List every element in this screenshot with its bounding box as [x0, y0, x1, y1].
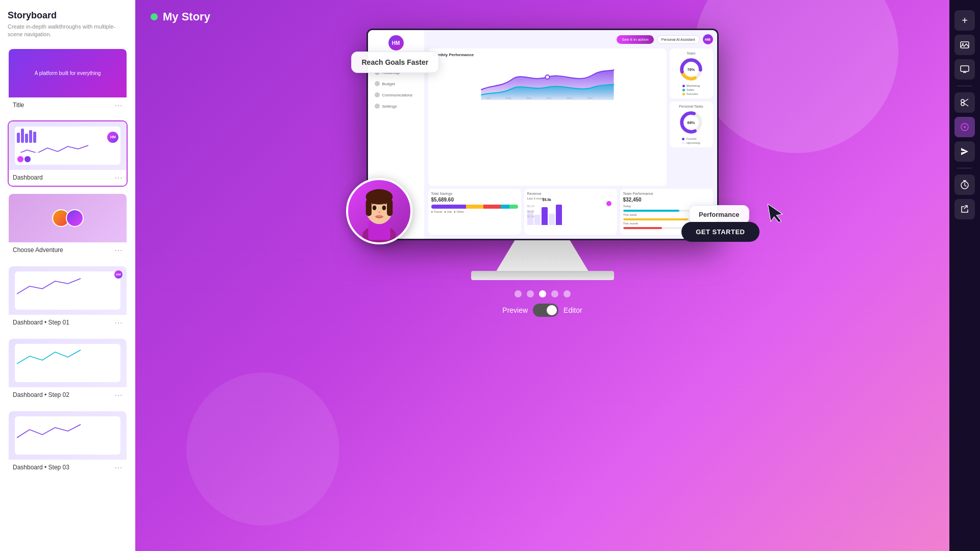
step01-label-row: Dashboard • Step 01 ⋯	[9, 315, 127, 331]
share-button[interactable]	[954, 199, 975, 219]
dash-nav-settings-label: Settings	[382, 104, 397, 109]
image-button[interactable]	[954, 35, 975, 55]
step03-dots[interactable]: ⋯	[114, 463, 122, 472]
avatar-inner	[348, 180, 410, 242]
sidebar-item-title[interactable]: A platform built for everything Title ⋯	[8, 48, 128, 114]
title-thumb-text: A platform built for everything	[31, 66, 105, 80]
step02-label: Dashboard • Step 02	[13, 391, 69, 398]
dashboard-dots[interactable]: ⋯	[114, 173, 122, 183]
title-thumb: A platform built for everything	[9, 49, 127, 97]
sidebar-item-choose-adventure[interactable]: Choose Adventure ⋯	[8, 193, 128, 259]
toolbar-sep-2	[957, 168, 972, 168]
screen-button[interactable]	[954, 59, 975, 80]
mini-bar-1	[17, 133, 20, 143]
toolbar-sep-1	[957, 86, 972, 86]
dot-1[interactable]	[514, 290, 522, 297]
step01-chart	[17, 273, 119, 299]
mini-avatar-row	[17, 156, 119, 163]
svg-point-9	[378, 211, 381, 213]
dash-right-col: Team 76%	[670, 48, 713, 186]
savings-legend: ● Travel ● Job ● Other	[431, 210, 518, 213]
timer-button[interactable]	[954, 174, 975, 195]
dot-3[interactable]	[539, 290, 546, 297]
legend-dot-sales	[682, 89, 685, 91]
step02-dots[interactable]: ⋯	[114, 390, 122, 400]
mini-step03	[15, 416, 121, 455]
dashboard-label: Dashboard	[13, 174, 43, 181]
screen-icon	[960, 65, 969, 74]
tp-today-fill	[623, 210, 680, 212]
title-dots[interactable]: ⋯	[114, 101, 122, 110]
title-label: Title	[13, 102, 24, 109]
dot-5[interactable]	[564, 290, 571, 297]
app-title: Storyboard	[8, 10, 128, 21]
step01-dots[interactable]: ⋯	[114, 318, 122, 328]
legend-dot-current	[682, 138, 684, 140]
dot-4[interactable]	[551, 290, 558, 297]
toggle-switch[interactable]	[533, 304, 558, 317]
sidebar-item-step-03[interactable]: Dashboard • Step 03 ⋯	[8, 410, 128, 477]
svg-marker-11	[768, 202, 784, 224]
legend-current: Current	[682, 137, 700, 140]
legend-label-success: Success	[687, 92, 698, 95]
story-status-dot	[151, 13, 158, 20]
sidebar-item-step-01[interactable]: HM Dashboard • Step 01 ⋯	[8, 265, 128, 332]
mini-line-chart	[17, 144, 119, 153]
svg-point-12	[545, 75, 549, 79]
dot-2[interactable]	[527, 290, 534, 297]
performance-bubble: Performance	[689, 205, 749, 224]
adventure-label-row: Choose Adventure ⋯	[9, 242, 127, 258]
cursor-icon	[765, 201, 787, 228]
team-donut-card: Team 76%	[670, 48, 713, 98]
sidebar-item-dashboard[interactable]: HM Dashboard ⋯	[8, 120, 128, 187]
legend-label-current: Current	[686, 137, 696, 140]
svg-point-10	[375, 215, 383, 218]
savings-other2	[501, 205, 509, 209]
legend-job: ● Job	[444, 210, 452, 213]
dash-nav-comms[interactable]: Communications	[372, 90, 420, 99]
step01-label: Dashboard • Step 01	[13, 319, 69, 326]
savings-job	[466, 205, 483, 209]
legend-label-upcoming: Upcoming	[686, 141, 700, 144]
svg-rect-26	[961, 66, 969, 71]
tp-amount: $32,450	[623, 197, 710, 203]
step02-chart	[17, 346, 119, 371]
see-in-action-button[interactable]: See it in action	[617, 35, 653, 44]
legend-label-sales: Sales	[687, 88, 694, 91]
legend-upcoming: Upcoming	[682, 141, 700, 144]
rev-max-label: $4.5k	[543, 198, 552, 202]
chart-title: Monthly Performance	[432, 53, 663, 57]
mini-step02	[15, 344, 121, 382]
svg-text:Aug: Aug	[505, 96, 511, 99]
rev-low-label: $2.5k	[527, 210, 535, 213]
add-button[interactable]: +	[954, 10, 975, 31]
preview-label: Preview	[502, 306, 528, 314]
monitor-stand	[497, 240, 589, 271]
mini-bar-3	[25, 134, 28, 143]
get-started-button[interactable]: GET STARTED	[681, 222, 759, 242]
svg-text:Nov: Nov	[567, 96, 572, 99]
monitor-wrapper: Reach Goals Faster Performance	[366, 29, 719, 280]
send-button[interactable]	[954, 141, 975, 162]
scissors-button[interactable]	[954, 92, 975, 113]
mini-bar-2	[21, 129, 24, 143]
svg-rect-6	[387, 199, 393, 216]
rev-min-label: $1.0k	[527, 215, 535, 218]
share-icon	[960, 205, 969, 214]
dash-nav-budget[interactable]: Budget	[372, 79, 420, 88]
sidebar-item-step-02[interactable]: Dashboard • Step 02 ⋯	[8, 338, 128, 404]
personal-tasks-title: Personal Tasks	[679, 105, 703, 108]
svg-text:Sep: Sep	[526, 96, 531, 99]
dash-nav-budget-label: Budget	[382, 82, 395, 86]
adventure-dots[interactable]: ⋯	[114, 245, 122, 255]
dash-nav-settings[interactable]: Settings	[372, 102, 420, 111]
total-savings-card: Total Savings $5,689.60	[428, 189, 521, 235]
reach-goals-text: Reach Goals Faster	[362, 58, 429, 66]
ai-assistant-button[interactable]: Personal AI Assistant	[657, 35, 700, 44]
mini-dashboard: HM	[15, 127, 121, 165]
tp-label: Team Performance	[623, 192, 710, 195]
dashboard-thumb: HM	[9, 121, 127, 170]
send-icon	[960, 147, 969, 156]
cursor-button[interactable]	[954, 117, 975, 137]
team-donut-svg: 76%	[678, 57, 704, 82]
